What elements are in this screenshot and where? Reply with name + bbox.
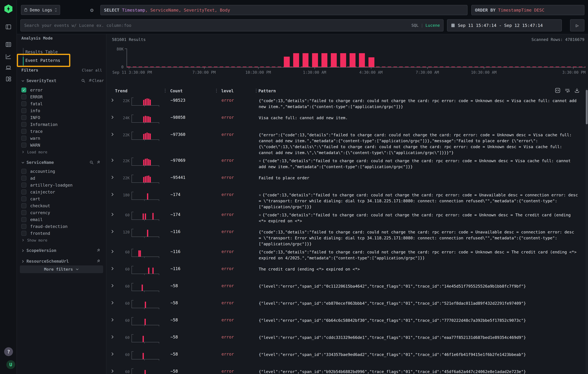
checkbox[interactable]	[21, 143, 26, 148]
histogram-bar[interactable]	[293, 53, 299, 67]
row-expand-chevron-icon[interactable]	[107, 228, 116, 233]
code-view-icon[interactable]	[555, 88, 560, 93]
dismiss-pattern-icon[interactable]: ×	[259, 159, 261, 163]
col-header-pattern[interactable]: Pattern	[258, 89, 276, 93]
filter-option-Information[interactable]: Information	[17, 121, 106, 128]
sidebar-toggle-icon[interactable]	[5, 24, 11, 30]
histogram-bar[interactable]	[340, 53, 346, 67]
chevron-down-icon[interactable]	[21, 161, 25, 164]
column-menu-icon[interactable]: ⋮	[163, 88, 168, 93]
row-expand-chevron-icon[interactable]	[107, 191, 116, 196]
group-scopeversion-label[interactable]: ScopeVersion	[26, 248, 56, 253]
histogram-bar[interactable]	[359, 53, 365, 67]
row-expand-chevron-icon[interactable]	[107, 334, 116, 339]
row-expand-chevron-icon[interactable]	[107, 368, 116, 373]
toggle-sql[interactable]: SQL	[411, 23, 419, 28]
group-resourceschemaurl-label[interactable]: ResourceSchemaUrl	[26, 259, 69, 264]
chart-icon[interactable]	[5, 53, 11, 60]
download-icon[interactable]	[574, 88, 580, 93]
chevron-right-icon[interactable]	[21, 260, 25, 263]
search-icon[interactable]	[89, 160, 94, 165]
histogram-bar[interactable]	[321, 53, 327, 67]
histogram-bar[interactable]	[312, 53, 318, 67]
chevron-right-icon[interactable]	[21, 249, 25, 253]
filter-option-checkout[interactable]: checkout	[17, 202, 106, 209]
filter-option-fatal[interactable]: fatal	[17, 100, 106, 107]
column-menu-icon[interactable]: ⋮	[254, 88, 258, 93]
gear-icon[interactable]: ⚙	[90, 7, 96, 13]
checkbox[interactable]	[21, 210, 26, 215]
filter-option-trace[interactable]: trace	[17, 128, 106, 135]
checkbox[interactable]	[21, 108, 26, 113]
row-expand-chevron-icon[interactable]	[107, 351, 116, 356]
filter-option-email[interactable]: email	[17, 216, 106, 223]
col-header-count[interactable]: Count	[170, 89, 183, 93]
filter-option-ERROR[interactable]: ERROR	[17, 93, 106, 100]
row-expand-chevron-icon[interactable]	[107, 131, 116, 136]
help-button[interactable]: ?	[4, 347, 13, 356]
checkbox[interactable]	[21, 136, 26, 141]
results-histogram[interactable]: Sep 11 3:30:00 PM7:30:00 PM10:30:00 PM1:…	[126, 49, 586, 68]
toggle-lucene[interactable]: Lucene	[425, 23, 440, 28]
app-logo-icon[interactable]	[4, 4, 12, 13]
group-servicename-label[interactable]: ServiceName	[26, 160, 54, 165]
row-expand-chevron-icon[interactable]	[107, 211, 116, 216]
search-icon[interactable]	[81, 79, 85, 83]
checkbox[interactable]	[21, 115, 26, 120]
more-filters-button[interactable]: More filters	[20, 265, 103, 273]
checkbox[interactable]	[21, 182, 26, 188]
row-expand-chevron-icon[interactable]	[107, 265, 116, 271]
checkbox[interactable]	[21, 129, 26, 134]
clear-all-button[interactable]: Clear all	[82, 68, 102, 72]
histogram-bar[interactable]	[350, 53, 356, 67]
select-query-input[interactable]: SELECT Timestamp, ServiceName, SeverityT…	[100, 5, 467, 15]
wrap-text-icon[interactable]	[565, 88, 570, 93]
checkbox[interactable]	[21, 169, 26, 174]
checkbox[interactable]	[21, 94, 26, 99]
filter-option-artillery-loadgen[interactable]: artillery-loadgen	[17, 182, 106, 189]
row-expand-chevron-icon[interactable]	[107, 114, 116, 119]
pin-icon[interactable]	[96, 259, 101, 263]
filter-option-WARN[interactable]: WARN	[17, 142, 106, 149]
row-expand-chevron-icon[interactable]	[107, 248, 116, 253]
tab-results-table[interactable]: Results Table	[25, 48, 58, 55]
row-expand-chevron-icon[interactable]	[107, 157, 116, 162]
dashboard-grid-icon[interactable]	[5, 76, 11, 82]
dismiss-pattern-icon[interactable]: ×	[259, 193, 261, 197]
time-range-picker[interactable]: Sep 11 15:47:14 - Sep 12 15:47:14	[447, 19, 562, 31]
col-header-trend[interactable]: Trend	[115, 89, 127, 93]
row-expand-chevron-icon[interactable]	[107, 174, 116, 179]
histogram-bar[interactable]	[284, 57, 290, 67]
source-selector[interactable]: Demo Logs	[21, 5, 60, 15]
scrollbar-thumb[interactable]	[586, 90, 588, 124]
group-severitytext-label[interactable]: SeverityText	[26, 78, 56, 83]
column-menu-icon[interactable]: ⋮	[214, 88, 219, 93]
dismiss-pattern-icon[interactable]: ×	[259, 213, 261, 217]
filter-option-currency[interactable]: currency	[17, 209, 106, 216]
laptop-icon[interactable]	[5, 64, 11, 71]
pin-icon[interactable]	[96, 248, 101, 253]
filter-option-accounting[interactable]: accounting	[17, 168, 106, 175]
checkbox[interactable]	[21, 224, 26, 229]
order-by-input[interactable]: ORDER BY TimestampTime DESC	[471, 5, 584, 15]
filter-option-frontend[interactable]: frontend	[17, 230, 106, 237]
group-clear-button[interactable]: Clear	[92, 78, 104, 83]
checkbox[interactable]	[21, 231, 26, 236]
filter-option-cainjector[interactable]: cainjector	[17, 189, 106, 195]
checkbox-checked[interactable]: ✓	[21, 88, 26, 92]
event-log-icon[interactable]	[5, 41, 11, 48]
checkbox[interactable]	[21, 190, 26, 194]
pin-icon[interactable]	[96, 160, 101, 165]
run-query-button[interactable]: ▷	[570, 19, 584, 31]
histogram-bar[interactable]	[331, 53, 337, 67]
filter-option-cart[interactable]: cart	[17, 195, 106, 202]
vertical-scrollbar[interactable]	[586, 88, 588, 374]
row-expand-chevron-icon[interactable]	[107, 282, 116, 288]
histogram-bar[interactable]	[303, 53, 308, 67]
checkbox[interactable]	[21, 203, 26, 208]
checkbox[interactable]	[21, 122, 26, 127]
filter-option-info[interactable]: info	[17, 107, 106, 114]
load-more-link[interactable]: Load more	[17, 149, 106, 155]
filter-option-ad[interactable]: ad	[17, 175, 106, 182]
row-expand-chevron-icon[interactable]	[107, 299, 116, 305]
